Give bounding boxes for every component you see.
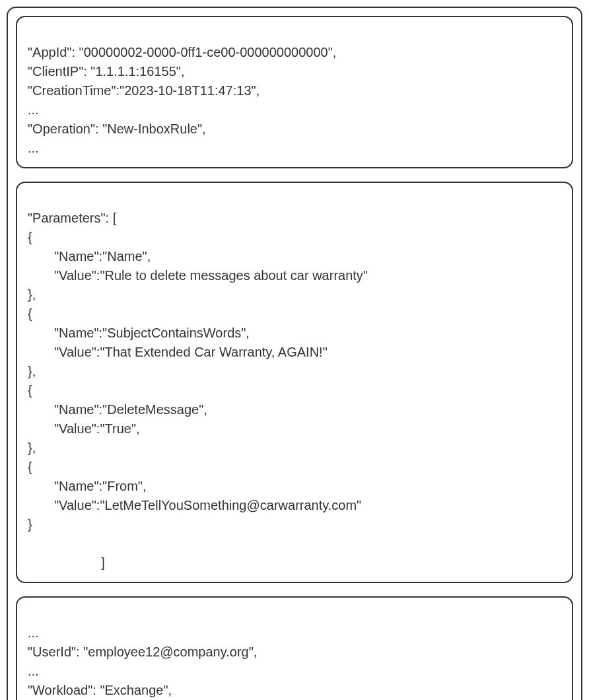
log-line: ... (28, 625, 39, 640)
log-line: "ClientIP": "1.1.1.1:16155", (28, 64, 184, 79)
log-block-parameters: "Parameters": [ { "Name":"Name","Value":… (16, 182, 573, 583)
log-line: ] (28, 555, 105, 570)
log-container: "AppId": "00000002-0000-0ff1-ce00-000000… (7, 7, 582, 700)
log-line: "Name":"From", (28, 477, 561, 496)
log-line: "Value":"Rule to delete messages about c… (28, 266, 561, 285)
log-line: ... (28, 102, 39, 117)
log-line: "AppId": "00000002-0000-0ff1-ce00-000000… (28, 45, 336, 59)
log-line: "Workload": "Exchange", (28, 683, 172, 697)
log-line: { (28, 230, 32, 244)
log-line: }, (28, 364, 36, 378)
log-line: "Name":"Name", (28, 247, 561, 266)
log-line: }, (28, 440, 36, 455)
log-line: "Value":"True", (28, 419, 561, 438)
log-line: "UserId": "employee12@company.org", (28, 645, 257, 659)
log-line: "Name":"SubjectContainsWords", (28, 324, 561, 343)
log-line: ... (28, 664, 39, 678)
log-line: } (28, 517, 32, 532)
log-line: }, (28, 287, 36, 302)
log-line: ... (28, 141, 39, 155)
log-block-header: "AppId": "00000002-0000-0ff1-ce00-000000… (16, 16, 573, 168)
log-line: { (28, 460, 32, 474)
log-block-footer: ... "UserId": "employee12@company.org", … (16, 596, 573, 700)
log-line: "Value":"That Extended Car Warranty, AGA… (28, 343, 561, 362)
log-line: { (28, 383, 32, 398)
log-line: "Name":"DeleteMessage", (28, 400, 561, 419)
log-line: { (28, 306, 32, 321)
log-line: "CreationTime":"2023-10-18T11:47:13", (28, 83, 260, 98)
log-line: "Operation": "New-InboxRule", (28, 122, 206, 136)
log-line: "Parameters": [ (28, 211, 116, 225)
log-line: "Value":"LetMeTellYouSomething@carwarran… (28, 496, 561, 515)
